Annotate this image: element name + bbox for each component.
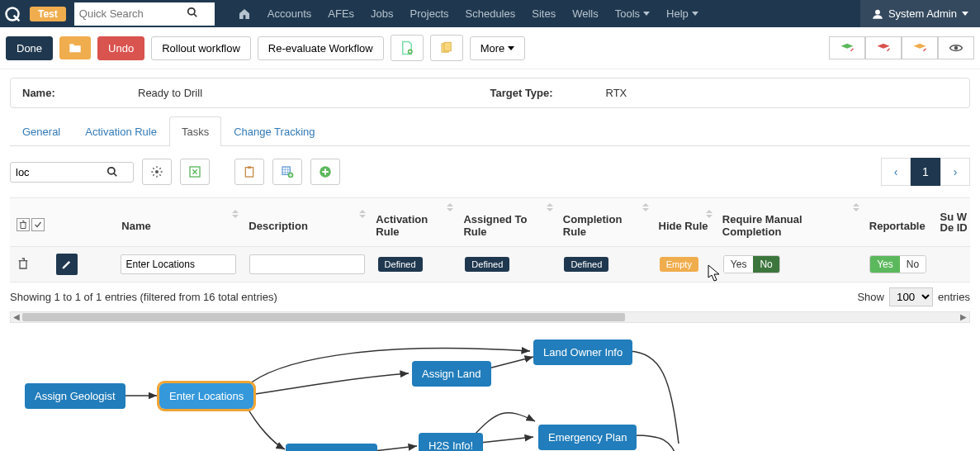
rep-no[interactable]: No — [900, 256, 926, 273]
col-swdid: Su W De ID — [939, 207, 971, 238]
cell-completion-rule[interactable]: Defined — [557, 250, 652, 278]
more-button[interactable]: More — [470, 36, 526, 60]
settings-button[interactable] — [142, 159, 172, 185]
user-menu[interactable]: System Admin — [860, 0, 980, 27]
folder-button[interactable] — [59, 36, 91, 59]
scroll-thumb[interactable] — [22, 313, 625, 321]
cell-activation-rule[interactable]: Defined — [372, 250, 459, 278]
node-emergency-plan[interactable]: Emergency Plan — [538, 425, 637, 450]
eye-button[interactable] — [938, 36, 974, 59]
cell-reportable[interactable]: Yes No — [863, 249, 938, 280]
col-reportable[interactable]: Reportable — [863, 205, 939, 240]
tasks-table: Name Description Activation Rule Assigne… — [10, 197, 970, 282]
col-completion-rule[interactable]: Completion Rule — [556, 198, 652, 246]
svg-point-2 — [875, 9, 880, 14]
nav-home[interactable] — [238, 7, 251, 21]
search-icon[interactable] — [187, 7, 198, 21]
cell-delete[interactable] — [10, 250, 50, 279]
col-hide-rule[interactable]: Hide Rule — [652, 205, 716, 240]
cap-green-button[interactable] — [829, 36, 865, 59]
search-icon[interactable] — [107, 166, 118, 178]
cap-yellow-button[interactable] — [902, 36, 938, 59]
paste-button[interactable] — [234, 159, 264, 185]
rollout-button[interactable]: Rollout workflow — [151, 36, 251, 60]
nav-afes[interactable]: AFEs — [328, 7, 354, 20]
completion-badge: Defined — [564, 257, 608, 272]
page-size-select[interactable]: 100 — [889, 287, 933, 306]
graduation-cap-icon — [876, 42, 891, 54]
nav-help[interactable]: Help — [666, 7, 698, 20]
cap-red-button[interactable] — [865, 36, 902, 59]
tab-activation-rule[interactable]: Activation Rule — [73, 116, 169, 146]
chevron-down-icon — [643, 12, 650, 16]
tab-general[interactable]: General — [10, 116, 73, 146]
pagination: ‹ 1 › — [881, 158, 970, 186]
col-assigned-to-rule[interactable]: Assigned To Rule — [457, 198, 556, 246]
entries-label: entries — [938, 291, 970, 303]
tab-tasks[interactable]: Tasks — [169, 116, 221, 146]
node-land-owner-info[interactable]: Land Owner Info — [533, 339, 632, 365]
nav-tools[interactable]: Tools — [615, 7, 650, 20]
cell-assigned-to-rule[interactable]: Defined — [458, 250, 557, 278]
name-label: Name: — [22, 87, 138, 99]
reevaluate-button[interactable]: Re-evaluate Workflow — [258, 36, 384, 60]
nav-sites[interactable]: Sites — [532, 7, 556, 20]
page-prev[interactable]: ‹ — [881, 158, 911, 186]
rep-yes[interactable]: Yes — [870, 256, 900, 273]
cell-edit[interactable] — [50, 247, 113, 282]
entries-info: Showing 1 to 1 of 1 entries (filtered fr… — [10, 291, 277, 303]
svg-rect-10 — [245, 168, 253, 177]
scroll-right-icon[interactable]: ▶ — [958, 312, 969, 321]
nav-wells[interactable]: Wells — [572, 7, 599, 20]
table-add-button[interactable] — [272, 159, 302, 185]
edit-button[interactable] — [56, 254, 78, 275]
trash-icon[interactable] — [17, 218, 30, 231]
node-assign-geologist[interactable]: Assign Geologist — [25, 383, 125, 409]
table-footer: Showing 1 to 1 of 1 entries (filtered fr… — [10, 282, 970, 311]
rmc-no[interactable]: No — [753, 256, 779, 273]
scroll-left-icon[interactable]: ◀ — [11, 312, 22, 321]
cell-require-manual[interactable]: Yes No — [717, 249, 863, 280]
page-current[interactable]: 1 — [911, 158, 940, 186]
quick-search-input[interactable] — [79, 7, 187, 20]
tab-change-tracking[interactable]: Change Tracking — [221, 116, 327, 146]
svg-point-1 — [188, 8, 195, 15]
quick-search[interactable] — [74, 2, 215, 26]
nav-jobs[interactable]: Jobs — [371, 7, 393, 20]
graduation-cap-icon — [840, 42, 855, 54]
doc-plus-button[interactable] — [391, 35, 424, 61]
done-button[interactable]: Done — [6, 36, 53, 60]
filter-box[interactable] — [10, 162, 134, 183]
col-require-manual[interactable]: Require Manual Completion — [716, 198, 863, 246]
target-type-label: Target Type: — [490, 87, 606, 99]
table-row: Defined Defined Defined Empty Yes No Yes… — [10, 247, 970, 282]
table-header-row: Name Description Activation Rule Assigne… — [10, 198, 970, 247]
check-icon[interactable] — [31, 218, 45, 231]
name-input[interactable] — [121, 254, 236, 274]
page-next[interactable]: › — [940, 158, 970, 186]
rmc-yes[interactable]: Yes — [724, 256, 754, 273]
gear-icon — [150, 165, 163, 178]
cell-hide-rule[interactable]: Empty — [653, 250, 717, 278]
node-enter-locations[interactable]: Enter Locations — [159, 383, 253, 409]
app-logo[interactable] — [0, 0, 25, 27]
description-input[interactable] — [249, 254, 365, 274]
col-name[interactable]: Name — [115, 205, 242, 240]
node-h2s-info[interactable]: H2S Info! — [419, 433, 483, 451]
workflow-diagram[interactable]: Assign Geologist Enter Locations Enter G… — [10, 328, 970, 451]
nav-accounts[interactable]: Accounts — [267, 7, 311, 20]
undo-button[interactable]: Undo — [97, 36, 144, 60]
node-assign-land[interactable]: Assign Land — [412, 361, 491, 387]
show-label: Show — [857, 291, 884, 303]
h-scrollbar[interactable]: ◀ ▶ — [10, 311, 970, 323]
filter-input[interactable] — [16, 166, 107, 178]
col-description[interactable]: Description — [242, 205, 369, 240]
excel-button[interactable] — [180, 159, 210, 185]
node-enter-geoprog[interactable]: Enter GeoProg — [286, 444, 377, 451]
add-button[interactable] — [310, 159, 340, 185]
nav-projects[interactable]: Projects — [410, 7, 449, 20]
nav-items: Accounts AFEs Jobs Projects Schedules Si… — [238, 7, 698, 21]
col-activation-rule[interactable]: Activation Rule — [369, 198, 457, 246]
nav-schedules[interactable]: Schedules — [466, 7, 516, 20]
docs-button[interactable] — [430, 35, 463, 61]
